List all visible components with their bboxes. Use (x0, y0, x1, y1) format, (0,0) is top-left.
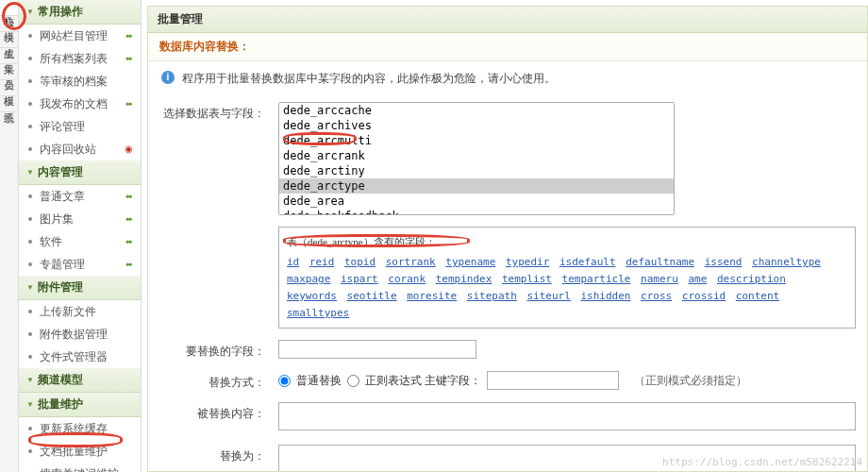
table-option[interactable]: dede_arccache (279, 103, 674, 118)
field-link[interactable]: reid (309, 256, 335, 268)
info-icon: i (161, 71, 175, 84)
field-link[interactable]: ame (688, 273, 707, 285)
radio-normal[interactable] (278, 375, 291, 387)
field-link[interactable]: isdefault (559, 256, 616, 268)
vtab-0[interactable]: 核心 (0, 0, 18, 16)
sidebar-item[interactable]: 图片集⬌ (19, 208, 141, 230)
field-link[interactable]: typedir (506, 256, 549, 268)
sidebar-item[interactable]: 网站栏目管理⬌ (19, 25, 141, 47)
sidebar-item[interactable]: 软件⬌ (19, 230, 141, 253)
field-link[interactable]: siteurl (526, 290, 570, 302)
table-option[interactable]: dede_archives (279, 118, 674, 133)
triangle-icon: ▼ (26, 283, 34, 292)
sidebar-group-header[interactable]: ▼常用操作 (19, 0, 141, 25)
vtab-3[interactable]: 采集 (0, 48, 18, 64)
field-link[interactable]: id (287, 256, 299, 268)
table-option[interactable]: dede_arcmulti (279, 133, 674, 148)
add-arrow-icon: ⬌ (125, 27, 133, 44)
field-link[interactable]: moresite (407, 290, 457, 302)
field-link[interactable]: crossid (682, 290, 726, 302)
triangle-icon: ▼ (26, 8, 34, 16)
field-link[interactable]: topid (344, 256, 376, 268)
field-link[interactable]: issend (705, 256, 743, 268)
field-link[interactable]: corank (388, 273, 426, 285)
panel-title: 批量管理 (148, 7, 867, 33)
label-select-table: 选择数据表与字段： (161, 102, 265, 122)
field-link[interactable]: cross (641, 290, 672, 302)
radio-regex-label: 正则表达式 主键字段： (365, 373, 481, 389)
sidebar-group-header[interactable]: ▼附件管理 (19, 276, 141, 300)
sidebar: ▼常用操作网站栏目管理⬌所有档案列表⬌等审核的档案我发布的文档⬌评论管理内容回收… (19, 0, 142, 472)
add-arrow-icon: ⬌ (125, 95, 133, 112)
sidebar-item[interactable]: 文件式管理器 (19, 346, 141, 368)
vtab-4[interactable]: 会员 (0, 64, 18, 80)
field-link[interactable]: ispart (341, 273, 378, 285)
field-link[interactable]: seotitle (347, 290, 397, 302)
sidebar-group-header[interactable]: ▼内容管理 (19, 160, 141, 185)
field-link[interactable]: description (717, 273, 786, 285)
sidebar-item[interactable]: 附件数据管理 (19, 323, 141, 346)
label-method: 替换方式： (161, 371, 265, 391)
field-link[interactable]: nameru (641, 273, 678, 285)
regex-key-input[interactable] (487, 371, 619, 390)
triangle-icon: ▼ (26, 168, 34, 177)
sidebar-item[interactable]: 专题管理⬌ (19, 253, 141, 276)
vtab-2[interactable]: 生成 (0, 32, 18, 48)
field-link[interactable]: keywords (287, 290, 337, 302)
sidebar-item[interactable]: 等审核的档案 (19, 70, 141, 93)
table-option[interactable]: dede_arcrank (279, 148, 674, 163)
sidebar-group-header[interactable]: ▼批量维护 (19, 393, 141, 417)
sidebar-item[interactable]: 更新系统缓存 (19, 417, 141, 440)
sidebar-group-header[interactable]: ▼频道模型 (19, 368, 141, 393)
field-links: id reid topid sortrank typename typedir … (287, 254, 847, 322)
radio-regex[interactable] (347, 375, 359, 387)
table-select[interactable]: dede_arccachedede_archivesdede_arcmultid… (278, 102, 675, 215)
table-option[interactable]: dede_area (279, 194, 674, 209)
shield-icon: ◉ (125, 141, 133, 158)
table-option[interactable]: dede_arctiny (279, 163, 674, 178)
vertical-tabs: 核心模块生成采集会员模板系统 (0, 0, 19, 472)
field-link[interactable]: temparticle (562, 273, 631, 285)
field-link[interactable]: ishidden (580, 290, 630, 302)
target-field-input[interactable] (278, 340, 476, 359)
add-arrow-icon: ⬌ (125, 188, 133, 205)
field-header: 表（dede_arctype）含有的字段： (287, 233, 847, 250)
main-panel: 批量管理 数据库内容替换： i 程序用于批量替换数据库中某字段的内容，此操作极为… (147, 6, 868, 472)
warning-row: i 程序用于批量替换数据库中某字段的内容，此操作极为危险，请小心使用。 (148, 61, 867, 96)
table-option[interactable]: dede_bookfeedback (279, 209, 674, 215)
sidebar-item[interactable]: 所有档案列表⬌ (19, 47, 141, 70)
vtab-5[interactable]: 模板 (0, 80, 18, 96)
vtab-1[interactable]: 模块 (0, 16, 18, 32)
sidebar-item[interactable]: 普通文章⬌ (19, 185, 141, 208)
triangle-icon: ▼ (26, 400, 34, 409)
add-arrow-icon: ⬌ (125, 233, 133, 250)
add-arrow-icon: ⬌ (125, 256, 133, 273)
field-link[interactable]: sortrank (386, 256, 436, 268)
label-target-field: 要替换的字段： (161, 340, 265, 360)
field-link[interactable]: templist (502, 273, 552, 285)
method-hint: （正则模式必须指定） (634, 373, 747, 389)
vtab-6[interactable]: 系统 (0, 96, 18, 112)
sidebar-item[interactable]: 我发布的文档⬌ (19, 93, 141, 115)
content-to-replace-input[interactable] (278, 402, 856, 430)
sidebar-item[interactable]: 评论管理 (19, 115, 141, 138)
field-link[interactable]: typename (445, 256, 495, 268)
field-link[interactable]: defaultname (626, 256, 694, 268)
field-list-box: 表（dede_arctype）含有的字段： id reid topid sort… (278, 227, 856, 329)
table-option[interactable]: dede_arctype (279, 178, 674, 194)
warning-text: 程序用于批量替换数据库中某字段的内容，此操作极为危险，请小心使用。 (182, 71, 556, 87)
field-link[interactable]: maxpage (287, 273, 330, 285)
label-void (161, 227, 265, 230)
field-link[interactable]: sitepath (467, 290, 517, 302)
field-link[interactable]: tempindex (436, 273, 492, 285)
triangle-icon: ▼ (26, 376, 34, 384)
field-link[interactable]: content (736, 290, 779, 302)
sidebar-item[interactable]: 内容回收站◉ (19, 138, 141, 160)
field-link[interactable]: channeltype (752, 256, 821, 268)
radio-normal-label: 普通替换 (296, 373, 342, 389)
field-link[interactable]: smalltypes (287, 307, 349, 319)
sidebar-item[interactable]: 搜索关键词维护 (19, 463, 141, 472)
sidebar-item[interactable]: 上传新文件 (19, 300, 141, 323)
sidebar-item[interactable]: 文档批量维护 (19, 440, 141, 463)
label-content: 被替换内容： (161, 402, 265, 422)
